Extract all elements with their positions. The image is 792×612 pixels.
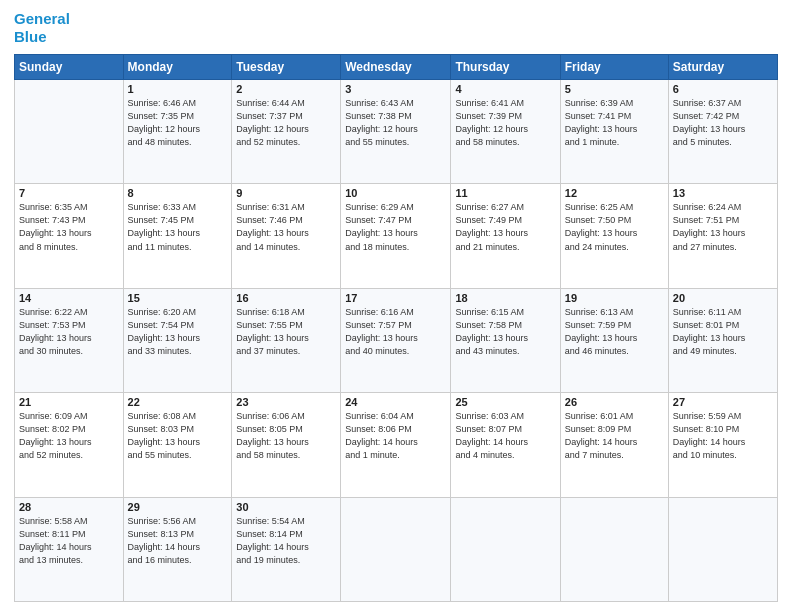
- day-info: Sunrise: 6:46 AMSunset: 7:35 PMDaylight:…: [128, 97, 228, 149]
- day-number: 15: [128, 292, 228, 304]
- day-number: 14: [19, 292, 119, 304]
- page: General Blue GeneralBlue SundayMondayTue…: [0, 0, 792, 612]
- day-number: 28: [19, 501, 119, 513]
- day-cell: [451, 497, 560, 601]
- day-cell: 16Sunrise: 6:18 AMSunset: 7:55 PMDayligh…: [232, 288, 341, 392]
- weekday-header-sunday: Sunday: [15, 55, 124, 80]
- day-cell: [15, 80, 124, 184]
- day-number: 6: [673, 83, 773, 95]
- header: General Blue GeneralBlue: [14, 10, 778, 46]
- day-cell: 26Sunrise: 6:01 AMSunset: 8:09 PMDayligh…: [560, 393, 668, 497]
- logo-text: GeneralBlue: [14, 10, 70, 46]
- day-number: 3: [345, 83, 446, 95]
- day-number: 21: [19, 396, 119, 408]
- day-info: Sunrise: 5:56 AMSunset: 8:13 PMDaylight:…: [128, 515, 228, 567]
- day-number: 18: [455, 292, 555, 304]
- day-number: 26: [565, 396, 664, 408]
- day-cell: 11Sunrise: 6:27 AMSunset: 7:49 PMDayligh…: [451, 184, 560, 288]
- day-cell: 21Sunrise: 6:09 AMSunset: 8:02 PMDayligh…: [15, 393, 124, 497]
- day-cell: 25Sunrise: 6:03 AMSunset: 8:07 PMDayligh…: [451, 393, 560, 497]
- day-number: 17: [345, 292, 446, 304]
- day-cell: 1Sunrise: 6:46 AMSunset: 7:35 PMDaylight…: [123, 80, 232, 184]
- day-info: Sunrise: 6:06 AMSunset: 8:05 PMDaylight:…: [236, 410, 336, 462]
- day-cell: 30Sunrise: 5:54 AMSunset: 8:14 PMDayligh…: [232, 497, 341, 601]
- day-info: Sunrise: 6:27 AMSunset: 7:49 PMDaylight:…: [455, 201, 555, 253]
- day-cell: 6Sunrise: 6:37 AMSunset: 7:42 PMDaylight…: [668, 80, 777, 184]
- day-number: 23: [236, 396, 336, 408]
- day-info: Sunrise: 6:03 AMSunset: 8:07 PMDaylight:…: [455, 410, 555, 462]
- week-row-2: 7Sunrise: 6:35 AMSunset: 7:43 PMDaylight…: [15, 184, 778, 288]
- day-info: Sunrise: 6:01 AMSunset: 8:09 PMDaylight:…: [565, 410, 664, 462]
- day-info: Sunrise: 6:43 AMSunset: 7:38 PMDaylight:…: [345, 97, 446, 149]
- weekday-header-thursday: Thursday: [451, 55, 560, 80]
- logo: General Blue GeneralBlue: [14, 10, 70, 46]
- day-info: Sunrise: 6:04 AMSunset: 8:06 PMDaylight:…: [345, 410, 446, 462]
- day-number: 13: [673, 187, 773, 199]
- weekday-header-monday: Monday: [123, 55, 232, 80]
- day-cell: 22Sunrise: 6:08 AMSunset: 8:03 PMDayligh…: [123, 393, 232, 497]
- day-info: Sunrise: 5:58 AMSunset: 8:11 PMDaylight:…: [19, 515, 119, 567]
- day-cell: 28Sunrise: 5:58 AMSunset: 8:11 PMDayligh…: [15, 497, 124, 601]
- week-row-1: 1Sunrise: 6:46 AMSunset: 7:35 PMDaylight…: [15, 80, 778, 184]
- week-row-5: 28Sunrise: 5:58 AMSunset: 8:11 PMDayligh…: [15, 497, 778, 601]
- weekday-header-saturday: Saturday: [668, 55, 777, 80]
- week-row-3: 14Sunrise: 6:22 AMSunset: 7:53 PMDayligh…: [15, 288, 778, 392]
- day-number: 22: [128, 396, 228, 408]
- day-cell: 27Sunrise: 5:59 AMSunset: 8:10 PMDayligh…: [668, 393, 777, 497]
- day-number: 9: [236, 187, 336, 199]
- day-cell: 9Sunrise: 6:31 AMSunset: 7:46 PMDaylight…: [232, 184, 341, 288]
- day-cell: 3Sunrise: 6:43 AMSunset: 7:38 PMDaylight…: [341, 80, 451, 184]
- day-cell: 23Sunrise: 6:06 AMSunset: 8:05 PMDayligh…: [232, 393, 341, 497]
- day-info: Sunrise: 6:33 AMSunset: 7:45 PMDaylight:…: [128, 201, 228, 253]
- weekday-header-tuesday: Tuesday: [232, 55, 341, 80]
- day-cell: 4Sunrise: 6:41 AMSunset: 7:39 PMDaylight…: [451, 80, 560, 184]
- day-number: 12: [565, 187, 664, 199]
- day-info: Sunrise: 6:35 AMSunset: 7:43 PMDaylight:…: [19, 201, 119, 253]
- day-info: Sunrise: 6:37 AMSunset: 7:42 PMDaylight:…: [673, 97, 773, 149]
- day-cell: 19Sunrise: 6:13 AMSunset: 7:59 PMDayligh…: [560, 288, 668, 392]
- day-info: Sunrise: 6:29 AMSunset: 7:47 PMDaylight:…: [345, 201, 446, 253]
- day-info: Sunrise: 6:31 AMSunset: 7:46 PMDaylight:…: [236, 201, 336, 253]
- day-number: 2: [236, 83, 336, 95]
- day-info: Sunrise: 6:41 AMSunset: 7:39 PMDaylight:…: [455, 97, 555, 149]
- day-number: 5: [565, 83, 664, 95]
- day-number: 10: [345, 187, 446, 199]
- day-cell: 7Sunrise: 6:35 AMSunset: 7:43 PMDaylight…: [15, 184, 124, 288]
- weekday-header-wednesday: Wednesday: [341, 55, 451, 80]
- calendar-table: SundayMondayTuesdayWednesdayThursdayFrid…: [14, 54, 778, 602]
- day-info: Sunrise: 6:25 AMSunset: 7:50 PMDaylight:…: [565, 201, 664, 253]
- day-info: Sunrise: 6:16 AMSunset: 7:57 PMDaylight:…: [345, 306, 446, 358]
- day-info: Sunrise: 6:44 AMSunset: 7:37 PMDaylight:…: [236, 97, 336, 149]
- day-number: 20: [673, 292, 773, 304]
- day-info: Sunrise: 6:22 AMSunset: 7:53 PMDaylight:…: [19, 306, 119, 358]
- day-cell: 29Sunrise: 5:56 AMSunset: 8:13 PMDayligh…: [123, 497, 232, 601]
- day-cell: 15Sunrise: 6:20 AMSunset: 7:54 PMDayligh…: [123, 288, 232, 392]
- day-number: 16: [236, 292, 336, 304]
- day-cell: [668, 497, 777, 601]
- day-cell: 18Sunrise: 6:15 AMSunset: 7:58 PMDayligh…: [451, 288, 560, 392]
- day-cell: 10Sunrise: 6:29 AMSunset: 7:47 PMDayligh…: [341, 184, 451, 288]
- day-number: 24: [345, 396, 446, 408]
- day-number: 19: [565, 292, 664, 304]
- day-number: 25: [455, 396, 555, 408]
- day-number: 4: [455, 83, 555, 95]
- day-number: 11: [455, 187, 555, 199]
- day-cell: 5Sunrise: 6:39 AMSunset: 7:41 PMDaylight…: [560, 80, 668, 184]
- week-row-4: 21Sunrise: 6:09 AMSunset: 8:02 PMDayligh…: [15, 393, 778, 497]
- day-info: Sunrise: 6:18 AMSunset: 7:55 PMDaylight:…: [236, 306, 336, 358]
- day-cell: 13Sunrise: 6:24 AMSunset: 7:51 PMDayligh…: [668, 184, 777, 288]
- day-cell: [341, 497, 451, 601]
- day-number: 27: [673, 396, 773, 408]
- day-info: Sunrise: 6:11 AMSunset: 8:01 PMDaylight:…: [673, 306, 773, 358]
- weekday-header-row: SundayMondayTuesdayWednesdayThursdayFrid…: [15, 55, 778, 80]
- day-cell: 24Sunrise: 6:04 AMSunset: 8:06 PMDayligh…: [341, 393, 451, 497]
- day-cell: 17Sunrise: 6:16 AMSunset: 7:57 PMDayligh…: [341, 288, 451, 392]
- weekday-header-friday: Friday: [560, 55, 668, 80]
- day-number: 8: [128, 187, 228, 199]
- day-info: Sunrise: 6:15 AMSunset: 7:58 PMDaylight:…: [455, 306, 555, 358]
- day-number: 1: [128, 83, 228, 95]
- day-info: Sunrise: 6:39 AMSunset: 7:41 PMDaylight:…: [565, 97, 664, 149]
- day-number: 7: [19, 187, 119, 199]
- day-cell: 20Sunrise: 6:11 AMSunset: 8:01 PMDayligh…: [668, 288, 777, 392]
- day-cell: 2Sunrise: 6:44 AMSunset: 7:37 PMDaylight…: [232, 80, 341, 184]
